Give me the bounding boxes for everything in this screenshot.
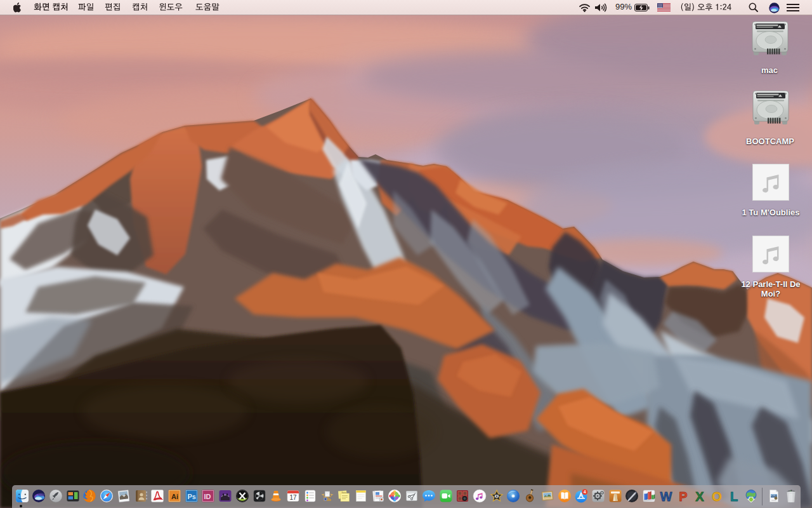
svg-text:4: 4 xyxy=(584,490,586,494)
svg-text:O: O xyxy=(712,490,722,504)
svg-text:X: X xyxy=(696,490,705,504)
svg-text:P: P xyxy=(679,490,687,504)
svg-text:ID: ID xyxy=(204,493,211,500)
svg-text:Note: Note xyxy=(342,491,346,494)
svg-text:Ai: Ai xyxy=(171,493,178,500)
svg-text:17: 17 xyxy=(289,494,297,501)
svg-text:Ps: Ps xyxy=(187,493,195,500)
svg-text:L: L xyxy=(730,490,738,504)
svg-text:W: W xyxy=(660,490,672,504)
